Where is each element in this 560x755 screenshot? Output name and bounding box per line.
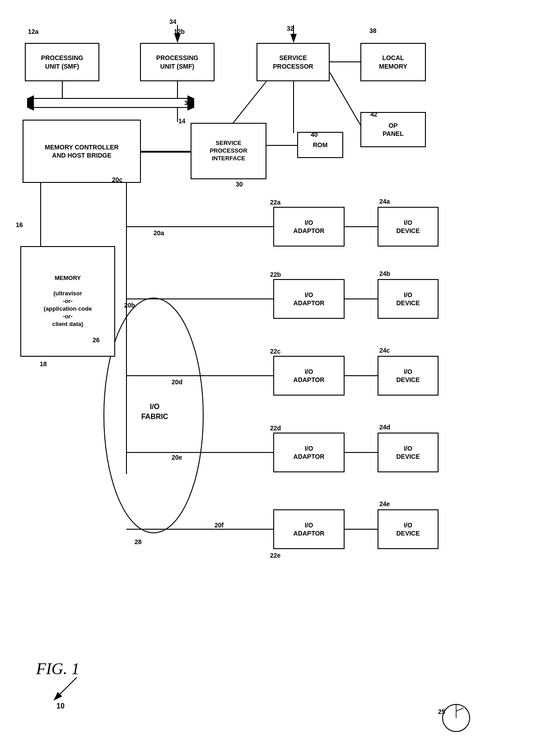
ref-20d: 20d <box>172 378 182 386</box>
ref-12a: 12a <box>28 28 38 35</box>
io-device-c: I/O DEVICE <box>378 356 439 396</box>
io-device-b: I/O DEVICE <box>378 279 439 319</box>
ref-20f: 20f <box>215 522 224 529</box>
ref-24b: 24b <box>379 270 390 277</box>
ref-20a: 20a <box>154 229 164 237</box>
local-memory: LOCAL MEMORY <box>360 43 426 81</box>
ref-20c: 20c <box>112 176 122 183</box>
io-device-e: I/O DEVICE <box>378 509 439 549</box>
io-adaptor-b: I/O ADAPTOR <box>273 279 345 319</box>
svg-line-35 <box>54 677 77 700</box>
ref-42: 42 <box>370 111 378 118</box>
svg-marker-6 <box>27 95 34 111</box>
io-adaptor-d: I/O ADAPTOR <box>273 433 345 472</box>
ref-22c: 22c <box>270 348 280 355</box>
ref-30: 30 <box>236 181 243 188</box>
ref-26: 26 <box>93 336 100 344</box>
ref-24a: 24a <box>379 198 390 205</box>
ref-38: 38 <box>369 27 377 34</box>
ref-18: 18 <box>40 360 47 368</box>
processing-unit-smf-b: PROCESSING UNIT (SMF) <box>140 43 215 81</box>
ref-22e: 22e <box>270 552 280 559</box>
io-adaptor-a: I/O ADAPTOR <box>273 207 345 247</box>
ref-40: 40 <box>311 131 318 138</box>
ref-28: 28 <box>135 538 142 545</box>
svg-line-13 <box>230 81 266 126</box>
io-adaptor-c: I/O ADAPTOR <box>273 356 345 396</box>
ref-10-arrow <box>45 673 81 709</box>
ref-36: 36 <box>184 99 191 107</box>
diagram: PROCESSING UNIT (SMF) PROCESSING UNIT (S… <box>0 0 560 755</box>
ref-22d: 22d <box>270 424 281 432</box>
io-device-a: I/O DEVICE <box>378 207 439 247</box>
ref-14: 14 <box>178 117 186 125</box>
ref-22a: 22a <box>270 199 280 206</box>
ref-20e: 20e <box>172 454 182 461</box>
ref-24e: 24e <box>379 500 390 508</box>
io-fabric-label: I/OFABRIC <box>126 402 183 422</box>
ref-24c: 24c <box>379 347 390 354</box>
memory-controller: MEMORY CONTROLLER AND HOST BRIDGE <box>23 120 141 183</box>
ref-12b: 12b <box>174 28 185 35</box>
io-adaptor-e: I/O ADAPTOR <box>273 509 345 549</box>
io-device-d: I/O DEVICE <box>378 433 439 472</box>
memory: MEMORY (ultravisor -or- (application cod… <box>20 246 115 357</box>
ref-34: 34 <box>169 18 177 25</box>
svg-point-32 <box>443 704 470 732</box>
rom: ROM <box>297 132 343 158</box>
ref-20b: 20b <box>124 302 135 309</box>
ref-32: 32 <box>287 25 294 32</box>
service-processor: SERVICE PROCESSOR <box>257 43 330 81</box>
svg-line-34 <box>456 708 463 711</box>
ref-24d: 24d <box>379 424 390 431</box>
ref-16: 16 <box>16 221 23 228</box>
processing-unit-smf-a: PROCESSING UNIT (SMF) <box>25 43 99 81</box>
ref-22b: 22b <box>270 271 281 278</box>
service-processor-interface: SERVICE PROCESSOR INTERFACE <box>191 123 266 179</box>
svg-line-15 <box>330 72 361 126</box>
ref-25: 25 <box>438 708 445 715</box>
